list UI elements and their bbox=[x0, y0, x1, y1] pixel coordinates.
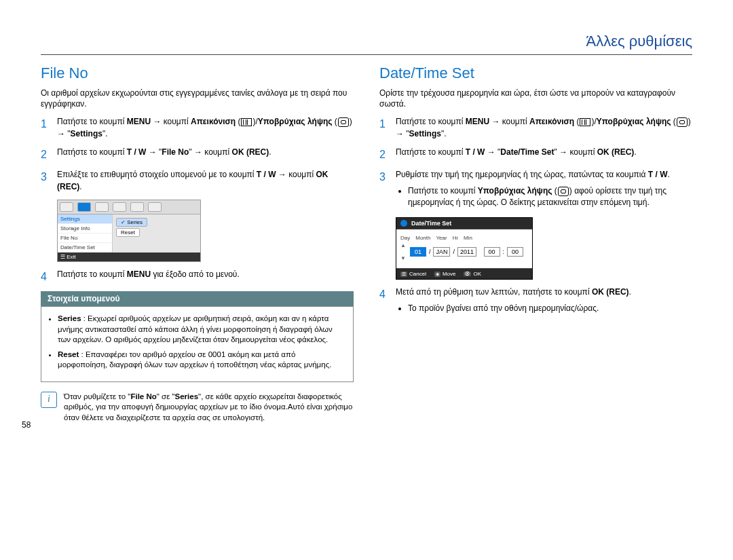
move-icon: ◈ bbox=[434, 272, 440, 277]
datetime-step-2: Πατήστε το κουμπί T / W → "Date/Time Set… bbox=[396, 147, 637, 162]
foot-move: Move bbox=[443, 271, 456, 277]
mock-option-series: ✓ Series bbox=[116, 218, 147, 227]
datetime-step-3: Ρυθμίστε την τιμή της ημερομηνίας ή της … bbox=[396, 169, 692, 210]
step-number: 4 bbox=[41, 269, 50, 284]
label-year: Year bbox=[436, 235, 447, 241]
clock-icon bbox=[400, 220, 407, 227]
mock-tab bbox=[148, 202, 162, 212]
datetime-mock-ui: Date/Time Set Day Month Year Hr Min ▲▼ 0… bbox=[396, 217, 533, 280]
datetime-step-1: Πατήστε το κουμπί MENU → κουμπί Απεικόνι… bbox=[396, 116, 692, 140]
mock-sidebar-datetime: Date/Time Set bbox=[58, 243, 112, 253]
underwater-icon bbox=[558, 187, 569, 196]
mock-sidebar-fileno: File No bbox=[58, 234, 112, 243]
step-number: 2 bbox=[379, 147, 389, 162]
note-icon: i bbox=[41, 392, 57, 408]
file-no-step-2: Πατήστε το κουμπί T / W → "File No" → κο… bbox=[57, 147, 271, 162]
datetime-step-4: Μετά από τη ρύθμιση των λεπτών, πατήστε … bbox=[396, 286, 631, 316]
chevron-down-icon: ▼ bbox=[400, 255, 406, 261]
mock-sidebar-storage: Storage Info bbox=[58, 224, 112, 234]
datetime-intro: Ορίστε την τρέχουσα ημερομηνία και ώρα, … bbox=[379, 88, 692, 109]
step-number: 1 bbox=[379, 116, 389, 140]
menu-icon: ☰ bbox=[400, 272, 407, 277]
label-min: Min bbox=[464, 235, 472, 241]
foot-cancel: Cancel bbox=[409, 271, 426, 277]
label-month: Month bbox=[415, 235, 430, 241]
mock-tab-active bbox=[77, 202, 91, 212]
mock-tab bbox=[60, 202, 73, 212]
datetime-step-4-bullet: Το προϊόν βγαίνει από την οθόνη ημερομην… bbox=[408, 303, 631, 314]
file-no-intro: Οι αριθμοί αρχείων εκχωρούνται στις εγγε… bbox=[41, 88, 354, 109]
display-icon bbox=[580, 118, 590, 126]
step-number: 4 bbox=[379, 286, 389, 316]
file-no-step-4: Πατήστε το κουμπί MENU για έξοδο από το … bbox=[57, 269, 240, 284]
right-column: Date/Time Set Ορίστε την τρέχουσα ημερομ… bbox=[379, 64, 692, 423]
field-day: 01 bbox=[410, 247, 426, 257]
datetime-title: Date/Time Set bbox=[379, 64, 692, 82]
datetime-step-3-bullet: Πατήστε το κουμπί Υποβρύχιας λήψης () αφ… bbox=[408, 185, 692, 208]
mock2-title: Date/Time Set bbox=[411, 220, 451, 227]
step-number: 3 bbox=[41, 169, 50, 193]
note-text: Όταν ρυθμίζετε το "File No" σε "Series",… bbox=[64, 392, 354, 424]
mock-tab bbox=[113, 202, 126, 212]
step-number: 1 bbox=[41, 116, 50, 140]
display-icon bbox=[241, 118, 252, 126]
field-hr: 00 bbox=[484, 247, 500, 257]
field-year: 2011 bbox=[457, 247, 476, 257]
field-month: JAN bbox=[433, 247, 450, 257]
note-box: i Όταν ρυθμίζετε το "File No" σε "Series… bbox=[41, 392, 354, 424]
submenu-header: Στοιχεία υπομενού bbox=[41, 291, 354, 306]
underwater-icon bbox=[338, 117, 349, 127]
ok-icon: ⦿ bbox=[464, 272, 471, 276]
file-no-mock-ui: Settings Storage Info File No Date/Time … bbox=[57, 200, 201, 262]
step-number: 3 bbox=[379, 169, 389, 210]
mock-tab bbox=[130, 202, 144, 212]
submenu-box: Series : Εκχωρεί αριθμούς αρχείων με αρι… bbox=[41, 306, 354, 382]
foot-ok: OK bbox=[473, 271, 481, 277]
left-column: File No Οι αριθμοί αρχείων εκχωρούνται σ… bbox=[41, 64, 354, 423]
file-no-step-1: Πατήστε το κουμπί MENU → κουμπί Απεικόνι… bbox=[57, 116, 354, 140]
step-number: 2 bbox=[41, 147, 50, 162]
submenu-series: Series : Εκχωρεί αριθμούς αρχείων με αρι… bbox=[58, 314, 345, 346]
file-no-step-3: Επιλέξτε το επιθυμητό στοιχείο υπομενού … bbox=[57, 169, 354, 193]
page-number: 58 bbox=[22, 420, 31, 430]
mock-footer: ☰ Exit bbox=[58, 253, 200, 261]
field-min: 00 bbox=[507, 247, 523, 257]
label-hr: Hr bbox=[453, 235, 458, 241]
mock-tab bbox=[95, 202, 109, 212]
label-day: Day bbox=[400, 235, 410, 241]
underwater-icon bbox=[677, 117, 688, 127]
file-no-title: File No bbox=[41, 64, 354, 82]
chevron-up-icon: ▲ bbox=[400, 242, 406, 248]
page-header: Άλλες ρυθμίσεις bbox=[41, 33, 692, 55]
mock-sidebar-settings: Settings bbox=[58, 214, 112, 224]
submenu-reset: Reset : Επαναφέρει τον αριθμό αρχείου σε… bbox=[58, 350, 345, 371]
mock-option-reset: Reset bbox=[116, 228, 140, 237]
